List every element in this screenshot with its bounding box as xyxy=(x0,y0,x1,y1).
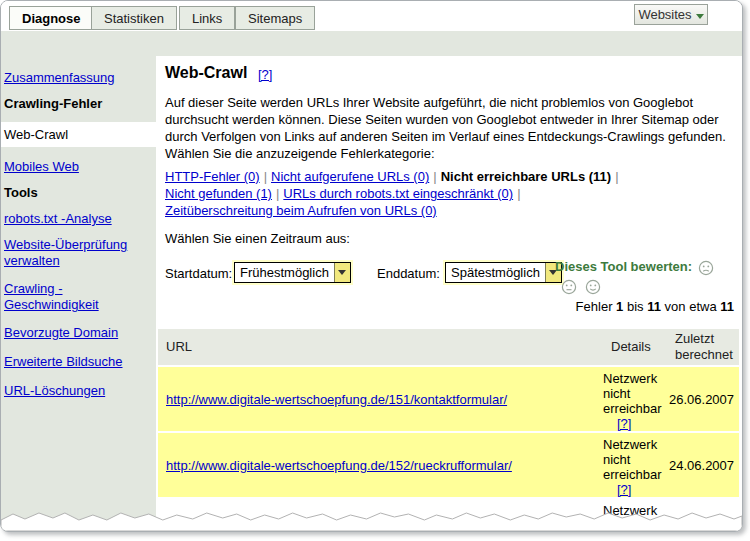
header-details: Details xyxy=(603,329,667,365)
error-date: 24.06.2007 xyxy=(667,433,739,497)
sidebar-item-crawling-geschwindigkeit[interactable]: Crawling - Geschwindigkeit xyxy=(1,281,121,313)
header-url: URL xyxy=(158,329,603,365)
sidebar-item-mobiles-web[interactable]: Mobiles Web xyxy=(1,159,156,175)
page-title: Web-Crawl xyxy=(165,64,247,82)
sad-face-icon[interactable] xyxy=(698,260,714,276)
sidebar-link[interactable]: Mobiles Web xyxy=(4,159,79,174)
pagination-of: von etwa xyxy=(665,299,717,314)
pagination-total: 11 xyxy=(720,299,734,314)
table-row: http://www.digitale-wertschoepfung.de/15… xyxy=(158,433,739,497)
sidebar-link[interactable]: robots.txt -Analyse xyxy=(4,211,112,226)
tab-statistiken[interactable]: Statistiken xyxy=(91,6,177,30)
sidebar-item-url-loeschungen[interactable]: URL-Löschungen xyxy=(1,383,156,399)
separator: | xyxy=(611,169,622,184)
websites-dropdown-button[interactable]: Websites xyxy=(634,4,708,25)
startdate-select[interactable]: Frühestmöglich xyxy=(234,262,351,283)
chevron-down-icon xyxy=(696,14,704,19)
sidebar-header-tools: Tools xyxy=(1,185,156,201)
neutral-face-icon[interactable] xyxy=(561,279,577,295)
separator: | xyxy=(260,169,271,184)
table-header-row: URL Details Zuletzt berechnet xyxy=(158,329,739,365)
details-help-link[interactable]: [?] xyxy=(617,416,631,431)
sidebar-item-web-crawl-active[interactable]: Web-Crawl xyxy=(1,122,156,147)
intro-text: Auf dieser Seite werden URLs Ihrer Websi… xyxy=(165,94,727,162)
sidebar-link[interactable]: Crawling - Geschwindigkeit xyxy=(4,281,99,312)
category-link-zeitueberschreitung[interactable]: Zeitüberschreitung beim Aufrufen von URL… xyxy=(165,203,437,218)
category-link-nicht-gefunden[interactable]: Nicht gefunden (1) xyxy=(165,186,272,201)
category-link-nicht-aufgerufene-urls[interactable]: Nicht aufgerufene URLs (0) xyxy=(271,169,429,184)
sidebar-item-website-ueberpruefung[interactable]: Website-Überprüfung verwalten xyxy=(1,237,151,269)
sidebar-link[interactable]: URL-Löschungen xyxy=(4,383,105,398)
category-line-1: HTTP-Fehler (0)|Nicht aufgerufene URLs (… xyxy=(165,168,725,185)
category-line-3: Zeitüberschreitung beim Aufrufen von URL… xyxy=(165,202,725,219)
pagination-bis: bis xyxy=(627,299,644,314)
sidebar-link[interactable]: Website-Überprüfung verwalten xyxy=(4,237,127,268)
sidebar-item-bevorzugte-domain[interactable]: Bevorzugte Domain xyxy=(1,325,156,341)
separator: | xyxy=(513,186,524,201)
category-link-robots-txt-eingeschraenkt[interactable]: URLs durch robots.txt eingeschränkt (0) xyxy=(283,186,513,201)
enddate-selected-value: Spätestmöglich xyxy=(446,263,545,282)
rate-icons-row xyxy=(555,279,740,296)
error-url-link[interactable]: http://www.digitale-wertschoepfung.de/15… xyxy=(166,458,512,473)
category-line-2: Nicht gefunden (1)|URLs durch robots.txt… xyxy=(165,185,725,202)
sidebar-link[interactable]: Erweiterte Bildsuche xyxy=(4,354,123,369)
error-url-link[interactable]: http://www.digitale-wertschoepfung.de/15… xyxy=(166,392,507,407)
websites-button-label: Websites xyxy=(638,7,691,22)
error-details-text: Netzwerk nicht erreichbar xyxy=(603,371,662,416)
top-tab-bar: Diagnose Statistiken Links Sitemaps Webs… xyxy=(1,1,742,31)
error-date: 26.06.2007 xyxy=(667,367,739,431)
error-details: Netzwerk nicht erreichbar [?] xyxy=(603,367,667,431)
startdate-dropdown-arrow-icon[interactable] xyxy=(334,263,350,282)
details-help-link[interactable]: [?] xyxy=(617,482,631,497)
table-row: http://www.digitale-wertschoepfung.de/15… xyxy=(158,367,739,431)
pagination-from: 1 xyxy=(616,299,623,314)
pagination-status: Fehler 1 bis 11 von etwa 11 xyxy=(576,299,734,314)
sidebar-link[interactable]: Bevorzugte Domain xyxy=(4,325,118,340)
sidebar-nav: Zusammenfassung Crawling-Fehler Web-Craw… xyxy=(1,56,156,531)
rate-tool-label: Dieses Tool bewerten: xyxy=(555,259,692,274)
category-active-nicht-erreichbare-urls: Nicht erreichbare URLs (11) xyxy=(441,169,612,184)
rate-tool-widget: Dieses Tool bewerten: xyxy=(555,259,740,295)
sidebar-item-zusammenfassung[interactable]: Zusammenfassung xyxy=(1,70,156,86)
title-help-link[interactable]: [?] xyxy=(258,67,272,82)
enddate-label: Enddatum: xyxy=(377,266,440,281)
date-filter-row: Startdatum: Frühestmöglich Enddatum: Spä… xyxy=(156,257,742,303)
happy-face-icon[interactable] xyxy=(585,279,601,295)
separator: | xyxy=(429,169,440,184)
pagination-word: Fehler xyxy=(576,299,613,314)
sidebar-item-robots-txt-analyse[interactable]: robots.txt -Analyse xyxy=(1,211,156,227)
pagination-to: 11 xyxy=(647,299,661,314)
tab-sitemaps[interactable]: Sitemaps xyxy=(235,6,315,30)
main-content: Web-Crawl [?] Auf dieser Seite werden UR… xyxy=(156,56,742,531)
separator: | xyxy=(272,186,283,201)
header-zuletzt-berechnet: Zuletzt berechnet xyxy=(667,329,739,365)
timeframe-label: Wählen Sie einen Zeitraum aus: xyxy=(165,231,350,246)
error-details-text: Netzwerk nicht erreichbar xyxy=(603,437,662,482)
torn-edge-decoration xyxy=(1,501,742,531)
screenshot-canvas: Diagnose Statistiken Links Sitemaps Webs… xyxy=(0,0,750,541)
tab-diagnose[interactable]: Diagnose xyxy=(9,6,94,30)
error-details: Netzwerk nicht erreichbar [?] xyxy=(603,433,667,497)
sidebar-item-erweiterte-bildsuche[interactable]: Erweiterte Bildsuche xyxy=(1,354,156,370)
sidebar-link[interactable]: Zusammenfassung xyxy=(4,70,115,85)
error-category-links: HTTP-Fehler (0)|Nicht aufgerufene URLs (… xyxy=(165,168,725,219)
enddate-select[interactable]: Spätestmöglich xyxy=(445,262,562,283)
category-link-http-fehler[interactable]: HTTP-Fehler (0) xyxy=(165,169,260,184)
startdate-label: Startdatum: xyxy=(165,266,232,281)
tab-links[interactable]: Links xyxy=(179,6,235,30)
startdate-selected-value: Frühestmöglich xyxy=(235,263,334,282)
app-window: Diagnose Statistiken Links Sitemaps Webs… xyxy=(0,0,743,532)
sidebar-header-crawling-fehler: Crawling-Fehler xyxy=(1,96,156,112)
